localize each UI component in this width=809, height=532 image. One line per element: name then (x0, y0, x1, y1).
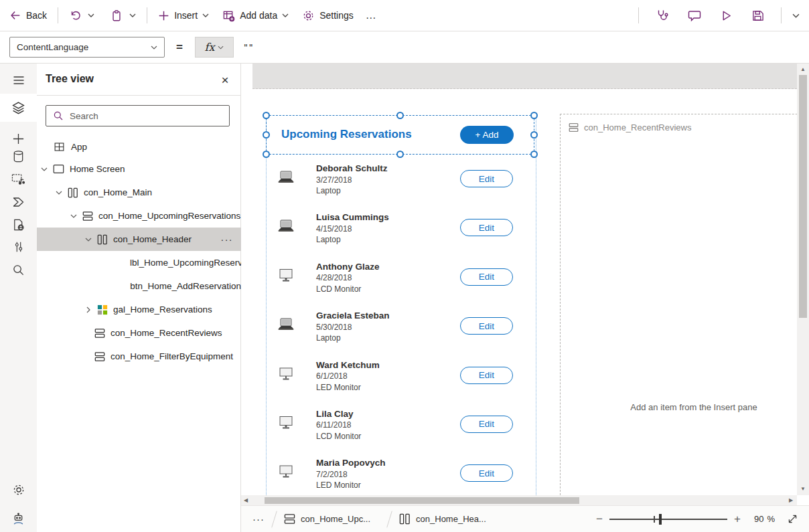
chevron-down-icon[interactable] (56, 191, 62, 195)
preview-button[interactable] (714, 9, 739, 22)
vertical-container-icon (94, 328, 105, 339)
vertical-scrollbar[interactable]: ▲ ▼ (797, 64, 809, 495)
save-button[interactable] (745, 9, 770, 22)
commandbar-overflow-button[interactable]: … (360, 9, 382, 21)
settings-button[interactable]: Settings (302, 9, 354, 22)
tree-item-con-home-recentreviews[interactable]: con_Home_RecentReviews (37, 321, 241, 345)
edit-button[interactable]: Edit (460, 219, 513, 236)
tree-item-btn-home-addreservation[interactable]: btn_Home_AddReservation (37, 274, 241, 298)
close-icon[interactable]: × (216, 72, 234, 89)
gallery-row[interactable]: Luisa Cummings4/15/2018Laptop Edit (266, 209, 536, 258)
tree-item-con-home-main[interactable]: con_Home_Main (37, 181, 241, 204)
paste-button[interactable] (111, 9, 123, 22)
undo-chevron-icon[interactable] (88, 13, 94, 17)
search-rail-icon[interactable] (0, 256, 37, 283)
edit-button[interactable]: Edit (460, 416, 513, 433)
resize-handle-top-middle[interactable] (396, 112, 404, 119)
edit-button[interactable]: Edit (460, 268, 513, 286)
edit-button[interactable]: Edit (460, 170, 513, 187)
breadcrumb-overflow-button[interactable]: ··· (252, 513, 265, 525)
gallery-row[interactable]: Anthony Glaze4/28/2018LCD Monitor Edit (266, 259, 536, 308)
item-overflow-icon[interactable]: ··· (221, 234, 242, 245)
tree-view-icon[interactable] (0, 94, 37, 121)
horizontal-scrollbar[interactable]: ◀ ▶ (241, 495, 797, 505)
save-chevron-icon[interactable] (792, 13, 800, 18)
zoom-in-button[interactable]: + (727, 513, 747, 526)
zoom-slider[interactable] (609, 513, 727, 526)
breadcrumb-separator (271, 511, 277, 527)
fit-to-window-icon[interactable] (787, 513, 798, 525)
gallery-row[interactable]: Ward Ketchum6/1/2018LED Monitor Edit (266, 357, 536, 406)
tree-item-label: Home Screen (70, 164, 125, 174)
zoom-out-button[interactable]: − (589, 513, 609, 526)
edit-button[interactable]: Edit (460, 367, 513, 384)
settings-rail-icon[interactable] (0, 476, 37, 503)
zoom-slider-track[interactable] (609, 519, 727, 520)
back-arrow-icon (9, 9, 21, 21)
formula-input[interactable]: "" (239, 37, 802, 58)
resize-handle-bottom-right[interactable] (530, 151, 538, 158)
resize-handle-bottom-middle[interactable] (396, 151, 404, 158)
gallery-row[interactable]: Deborah Schultz3/27/2018Laptop Edit (266, 161, 536, 209)
tree-item-home-screen[interactable]: Home Screen (37, 157, 241, 181)
chevron-down-icon[interactable] (41, 167, 48, 171)
add-data-button[interactable]: Add data (222, 9, 289, 22)
undo-button[interactable] (69, 9, 81, 21)
settings-label: Settings (319, 10, 354, 21)
tree-item-app[interactable]: App (37, 136, 241, 157)
tree-item-gal-home-reservations[interactable]: gal_Home_Reservations (37, 298, 241, 321)
zoom-slider-handle[interactable] (659, 514, 662, 525)
insert-button[interactable]: Insert (158, 10, 209, 21)
back-button[interactable]: Back (9, 9, 47, 21)
tree-item-label: con_Home_UpcomingReservations (98, 211, 240, 221)
gallery-row[interactable]: Lila Clay6/11/2018LCD Monitor Edit (266, 406, 536, 455)
fx-dropdown[interactable]: fx (195, 37, 234, 58)
tree-view-panel: Tree view × Search App Home Screen con_H… (37, 64, 241, 532)
scroll-right-arrow[interactable]: ▶ (786, 498, 796, 503)
breadcrumb-separator (386, 511, 392, 527)
comments-button[interactable] (682, 9, 707, 22)
gallery-row[interactable]: Maria Popovych7/2/2018LED Monitor Edit (266, 455, 536, 495)
scroll-left-arrow[interactable]: ◀ (241, 498, 250, 503)
scroll-down-arrow[interactable]: ▼ (797, 486, 809, 492)
hamburger-menu-icon[interactable] (0, 67, 37, 94)
con-home-recentreviews-container[interactable]: con_Home_RecentReviews Add an item from … (560, 114, 797, 495)
tree-item-con-home-header[interactable]: con_Home_Header ··· (37, 228, 241, 251)
tree-item-label: con_Home_Header (113, 234, 192, 244)
resize-handle-middle-right[interactable] (530, 131, 538, 139)
scroll-up-arrow[interactable]: ▲ (797, 67, 809, 72)
gallery-control-icon (97, 304, 108, 315)
vertical-scrollbar-thumb[interactable] (799, 75, 807, 318)
container-label: con_Home_RecentReviews (569, 122, 691, 132)
edit-button[interactable]: Edit (460, 317, 513, 335)
add-data-label: Add data (240, 10, 277, 21)
tree-search-input[interactable]: Search (46, 105, 230, 126)
resize-handle-middle-left[interactable] (263, 131, 270, 139)
chevron-down-icon[interactable] (85, 238, 92, 242)
gear-icon (302, 9, 315, 22)
resize-handle-top-right[interactable] (530, 112, 538, 119)
tree-item-con-home-upcomingreservations[interactable]: con_Home_UpcomingReservations (37, 204, 241, 228)
comment-icon (688, 9, 701, 22)
tree-item-con-home-filterbyequipment[interactable]: con_Home_FilterByEquipment (37, 345, 241, 368)
divider (638, 7, 639, 23)
media-rail-icon[interactable] (0, 165, 37, 192)
add-reservation-button[interactable]: + Add (460, 126, 514, 144)
resize-handle-top-left[interactable] (263, 112, 270, 119)
edit-button[interactable]: Edit (460, 464, 513, 482)
tree-item-lbl-home-upcomingreservations[interactable]: lbl_Home_UpcomingReservat (37, 251, 241, 274)
breadcrumb-con-home-upcomingreservations[interactable]: con_Home_Upc... (284, 513, 370, 525)
resize-handle-bottom-left[interactable] (263, 151, 270, 158)
paste-chevron-icon[interactable] (129, 13, 136, 17)
gallery-row[interactable]: Graciela Esteban5/30/2018Laptop Edit (266, 308, 536, 357)
chevron-down-icon[interactable] (70, 214, 77, 218)
breadcrumb-label: con_Home_Upc... (301, 514, 370, 524)
chevron-right-icon[interactable] (85, 306, 92, 313)
property-dropdown[interactable]: ContentLanguage (9, 37, 165, 58)
virtual-agent-rail-icon[interactable] (0, 506, 37, 532)
breadcrumb-con-home-header[interactable]: con_Home_Hea... (399, 513, 486, 525)
app-checker-button[interactable] (650, 9, 675, 22)
lcd-monitor-icon (277, 416, 295, 430)
horizontal-scrollbar-thumb[interactable] (265, 497, 579, 504)
con-home-header-selection[interactable]: Upcoming Reservations + Add (266, 115, 534, 155)
